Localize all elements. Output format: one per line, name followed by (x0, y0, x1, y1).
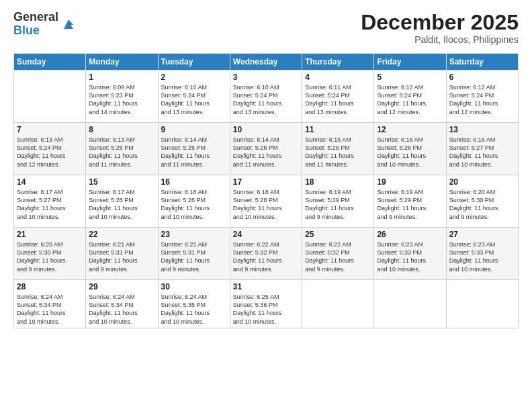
day-number: 17 (233, 177, 299, 187)
day-info: Sunrise: 6:18 AM Sunset: 5:28 PM Dayligh… (161, 188, 227, 221)
day-number: 12 (377, 125, 443, 134)
week-row-4: 21Sunrise: 6:20 AM Sunset: 5:30 PM Dayli… (14, 228, 519, 280)
calendar-cell: 25Sunrise: 6:22 AM Sunset: 5:32 PM Dayli… (302, 228, 374, 280)
calendar-cell: 16Sunrise: 6:18 AM Sunset: 5:28 PM Dayli… (158, 175, 230, 228)
day-info: Sunrise: 6:24 AM Sunset: 5:35 PM Dayligh… (161, 293, 227, 326)
weekday-header-wednesday: Wednesday (230, 54, 302, 71)
weekday-header-sunday: Sunday (14, 54, 86, 71)
weekday-header-row: SundayMondayTuesdayWednesdayThursdayFrid… (14, 54, 519, 71)
calendar-table: SundayMondayTuesdayWednesdayThursdayFrid… (13, 53, 519, 328)
day-number: 4 (305, 73, 371, 82)
calendar-cell: 15Sunrise: 6:17 AM Sunset: 5:28 PM Dayli… (86, 175, 158, 228)
calendar-cell: 27Sunrise: 6:23 AM Sunset: 5:33 PM Dayli… (446, 228, 518, 280)
calendar-cell: 12Sunrise: 6:16 AM Sunset: 5:26 PM Dayli… (374, 123, 446, 175)
calendar-cell: 22Sunrise: 6:21 AM Sunset: 5:31 PM Dayli… (86, 228, 158, 280)
day-number: 26 (377, 230, 443, 239)
calendar-cell: 17Sunrise: 6:18 AM Sunset: 5:28 PM Dayli… (230, 175, 302, 228)
calendar-cell: 18Sunrise: 6:19 AM Sunset: 5:29 PM Dayli… (302, 175, 374, 228)
day-number: 21 (17, 230, 83, 239)
calendar-cell: 30Sunrise: 6:24 AM Sunset: 5:35 PM Dayli… (158, 280, 230, 328)
day-info: Sunrise: 6:20 AM Sunset: 5:30 PM Dayligh… (449, 188, 515, 221)
day-number: 15 (89, 177, 154, 187)
day-number: 22 (89, 230, 154, 239)
calendar-cell: 24Sunrise: 6:22 AM Sunset: 5:32 PM Dayli… (230, 228, 302, 280)
day-info: Sunrise: 6:20 AM Sunset: 5:30 PM Dayligh… (17, 240, 83, 273)
calendar-cell: 9Sunrise: 6:14 AM Sunset: 5:25 PM Daylig… (158, 123, 230, 175)
weekday-header-monday: Monday (86, 54, 158, 71)
calendar-cell: 11Sunrise: 6:15 AM Sunset: 5:26 PM Dayli… (302, 123, 374, 175)
day-number: 18 (305, 177, 371, 187)
day-number: 14 (17, 177, 83, 187)
day-info: Sunrise: 6:14 AM Sunset: 5:26 PM Dayligh… (233, 136, 299, 169)
calendar-cell: 31Sunrise: 6:25 AM Sunset: 5:36 PM Dayli… (230, 280, 302, 328)
day-info: Sunrise: 6:23 AM Sunset: 5:33 PM Dayligh… (377, 240, 443, 273)
day-info: Sunrise: 6:16 AM Sunset: 5:26 PM Dayligh… (377, 136, 443, 169)
day-number: 16 (161, 177, 227, 187)
logo-blue: Blue (13, 24, 58, 38)
day-info: Sunrise: 6:13 AM Sunset: 5:25 PM Dayligh… (89, 136, 154, 169)
day-number: 30 (161, 282, 227, 291)
calendar-cell: 28Sunrise: 6:24 AM Sunset: 5:34 PM Dayli… (14, 280, 86, 328)
day-number: 11 (305, 125, 371, 134)
day-number: 2 (161, 73, 227, 82)
calendar-cell: 21Sunrise: 6:20 AM Sunset: 5:30 PM Dayli… (14, 228, 86, 280)
day-info: Sunrise: 6:25 AM Sunset: 5:36 PM Dayligh… (233, 293, 299, 326)
calendar-cell: 5Sunrise: 6:12 AM Sunset: 5:24 PM Daylig… (374, 71, 446, 123)
day-number: 13 (449, 125, 515, 134)
day-info: Sunrise: 6:12 AM Sunset: 5:24 PM Dayligh… (449, 83, 515, 116)
day-number: 9 (161, 125, 227, 134)
logo-text: General Blue (13, 11, 58, 38)
day-number: 1 (89, 73, 154, 82)
calendar-cell (374, 280, 446, 328)
day-info: Sunrise: 6:16 AM Sunset: 5:27 PM Dayligh… (449, 136, 515, 169)
day-info: Sunrise: 6:24 AM Sunset: 5:34 PM Dayligh… (17, 293, 83, 326)
day-info: Sunrise: 6:12 AM Sunset: 5:24 PM Dayligh… (377, 83, 443, 116)
calendar-cell (446, 280, 518, 328)
day-number: 20 (449, 177, 515, 187)
logo-icon (61, 17, 76, 32)
day-number: 29 (89, 282, 154, 291)
calendar-cell: 23Sunrise: 6:21 AM Sunset: 5:31 PM Dayli… (158, 228, 230, 280)
calendar-cell: 6Sunrise: 6:12 AM Sunset: 5:24 PM Daylig… (446, 71, 518, 123)
day-number: 23 (161, 230, 227, 239)
calendar-cell: 3Sunrise: 6:10 AM Sunset: 5:24 PM Daylig… (230, 71, 302, 123)
day-number: 5 (377, 73, 443, 82)
day-info: Sunrise: 6:15 AM Sunset: 5:26 PM Dayligh… (305, 136, 371, 169)
day-number: 27 (449, 230, 515, 239)
day-info: Sunrise: 6:18 AM Sunset: 5:28 PM Dayligh… (233, 188, 299, 221)
day-number: 10 (233, 125, 299, 134)
calendar-cell (14, 71, 86, 123)
week-row-2: 7Sunrise: 6:13 AM Sunset: 5:24 PM Daylig… (14, 123, 519, 175)
calendar-cell: 2Sunrise: 6:10 AM Sunset: 5:24 PM Daylig… (158, 71, 230, 123)
day-number: 19 (377, 177, 443, 187)
day-number: 6 (449, 73, 515, 82)
day-info: Sunrise: 6:22 AM Sunset: 5:32 PM Dayligh… (305, 240, 371, 273)
day-info: Sunrise: 6:22 AM Sunset: 5:32 PM Dayligh… (233, 240, 299, 273)
weekday-header-saturday: Saturday (446, 54, 518, 71)
day-info: Sunrise: 6:17 AM Sunset: 5:28 PM Dayligh… (89, 188, 154, 221)
day-info: Sunrise: 6:17 AM Sunset: 5:27 PM Dayligh… (17, 188, 83, 221)
page: General Blue December 2025 Paldit, Iloco… (0, 0, 532, 411)
weekday-header-friday: Friday (374, 54, 446, 71)
header: General Blue December 2025 Paldit, Iloco… (13, 11, 519, 45)
weekday-header-thursday: Thursday (302, 54, 374, 71)
day-info: Sunrise: 6:24 AM Sunset: 5:34 PM Dayligh… (89, 293, 154, 326)
calendar-cell: 19Sunrise: 6:19 AM Sunset: 5:29 PM Dayli… (374, 175, 446, 228)
calendar-cell: 7Sunrise: 6:13 AM Sunset: 5:24 PM Daylig… (14, 123, 86, 175)
day-info: Sunrise: 6:19 AM Sunset: 5:29 PM Dayligh… (305, 188, 371, 221)
calendar-cell (302, 280, 374, 328)
location-subtitle: Paldit, Ilocos, Philippines (361, 34, 519, 45)
calendar-cell: 10Sunrise: 6:14 AM Sunset: 5:26 PM Dayli… (230, 123, 302, 175)
logo-general: General (13, 11, 58, 24)
day-info: Sunrise: 6:11 AM Sunset: 5:24 PM Dayligh… (305, 83, 371, 116)
day-number: 31 (233, 282, 299, 291)
calendar-cell: 4Sunrise: 6:11 AM Sunset: 5:24 PM Daylig… (302, 71, 374, 123)
weekday-header-tuesday: Tuesday (158, 54, 230, 71)
day-number: 28 (17, 282, 83, 291)
title-block: December 2025 Paldit, Ilocos, Philippine… (361, 11, 519, 45)
day-number: 24 (233, 230, 299, 239)
logo: General Blue (13, 11, 76, 38)
calendar-cell: 1Sunrise: 6:09 AM Sunset: 5:23 PM Daylig… (86, 71, 158, 123)
week-row-5: 28Sunrise: 6:24 AM Sunset: 5:34 PM Dayli… (14, 280, 519, 328)
day-number: 8 (89, 125, 154, 134)
